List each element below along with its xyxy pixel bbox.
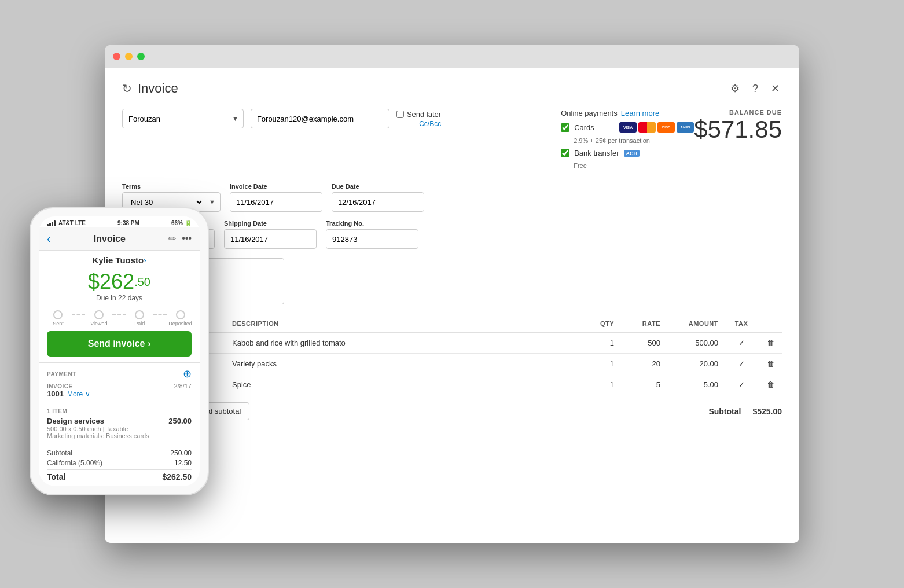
invoice-num: 1001 [47,389,64,398]
learn-more-link[interactable]: Learn more [621,109,659,117]
subtotal-area: Subtotal $525.00 [708,407,782,416]
row2-amount: 20.00 [666,354,724,374]
fields-section: Terms Net 30 ▼ Invoice date Due date [122,183,782,249]
terms-arrow: ▼ [204,195,220,209]
fields-row-1: Terms Net 30 ▼ Invoice date Due date [122,183,782,212]
memo-area [122,258,782,306]
row3-qty: 1 [574,374,620,395]
mastercard-icon [638,122,656,133]
row2-rate: 20 [620,354,666,374]
subtotal-label: Subtotal [708,407,741,416]
cards-fee: 2.9% + 25¢ per transaction [574,137,694,144]
grand-total-value: $262.50 [162,472,192,482]
phone-amount-display: $262.50 [39,270,200,294]
invoice-ref-left: INVOICE 1001 More ∨ [47,383,90,398]
row1-description: Kabob and rice with grilled tomato [226,332,574,354]
window-content: ↻ Invoice ⚙ ? ✕ ▼ [105,68,799,543]
item-count: 1 ITEM [47,408,192,414]
tax-value: 12.50 [174,459,192,467]
more-icon[interactable]: ••• [182,233,192,244]
col-rate: RATE [620,315,666,332]
subtotal-value: 250.00 [170,449,192,457]
invoice-date-field: Invoice date [230,183,322,212]
row3-rate: 5 [620,374,666,395]
cc-bcc-link[interactable]: Cc/Bcc [396,120,441,128]
add-payment-button[interactable]: ⊕ [183,368,192,380]
step-viewed-label: Viewed [90,321,107,326]
phone-totals: Subtotal 250.00 California (5.00%) 12.50… [39,444,200,486]
carrier-label: AT&T LTE [58,220,86,226]
row3-delete-button[interactable]: 🗑 [759,374,782,395]
subtotal-value: $525.00 [752,407,782,416]
phone-item-section: 1 ITEM Design services 250.00 500.00 x 0… [39,403,200,444]
phone-payment-section: PAYMENT ⊕ INVOICE 1001 More ∨ 2/8/17 [39,362,200,403]
invoice-icon: ↻ [122,82,132,95]
email-input[interactable] [251,109,389,128]
time-label: 9:38 PM [117,220,139,226]
bank-checkbox[interactable] [561,149,569,157]
card-icons: VISA DISC AMEX [619,122,694,133]
signal-icon [47,220,56,226]
nav-icons: ✏ ••• [168,233,192,244]
row1-tax-check[interactable]: ✓ [724,332,759,354]
table-row: Soda Variety packs 1 20 20.00 ✓ 🗑 [122,354,782,374]
window-close-button[interactable]: ✕ [769,80,782,97]
invoice-date-input[interactable] [230,192,322,212]
item-amount: 250.00 [168,417,192,425]
table-footer: Clear all lines Add subtotal Subtotal $5… [122,402,782,420]
customer-name[interactable]: Kylie Tuosto [92,255,144,265]
row2-qty: 1 [574,354,620,374]
customer-input[interactable] [123,111,227,127]
settings-button[interactable]: ⚙ [728,80,742,97]
step-sent-label: Sent [53,321,64,326]
progress-line-3 [153,314,167,315]
item-name: Design services [47,417,104,425]
cards-checkbox[interactable] [561,123,569,132]
shipping-date-label: Shipping date [224,220,317,227]
step-viewed: Viewed [85,310,112,326]
invoice-date-label: Invoice date [230,183,322,190]
row2-delete-button[interactable]: 🗑 [759,354,782,374]
titlebar [105,45,799,68]
row1-delete-button[interactable]: 🗑 [759,332,782,354]
row3-description: Spice [226,374,574,395]
invoice-more-link[interactable]: More ∨ [67,390,90,398]
step-deposited: Deposited [167,310,194,326]
back-button[interactable]: ‹ [47,232,51,245]
invoice-ref-label: INVOICE [47,383,90,389]
phone-status-bar: AT&T LTE 9:38 PM 66% 🔋 [39,216,200,227]
due-label: Due in 22 days [39,294,200,302]
col-amount: AMOUNT [666,315,724,332]
balance-due-section: BALANCE DUE $571.85 [694,109,782,144]
table-row: c Spice 1 5 5.00 ✓ 🗑 [122,374,782,395]
fields-row-2: Ship via Shipping date Tracking no. [122,220,782,249]
row1-rate: 500 [620,332,666,354]
help-button[interactable]: ? [750,80,760,97]
phone-inner: AT&T LTE 9:38 PM 66% 🔋 ‹ Invoice ✏ ••• [39,216,200,486]
customer-chevron-icon: › [144,256,146,264]
customer-select-wrapper: ▼ [122,109,244,128]
customer-dropdown-arrow[interactable]: ▼ [227,112,243,126]
close-btn[interactable] [113,53,120,60]
step-sent-circle [53,310,63,319]
tracking-input[interactable] [326,229,418,249]
header-row: ↻ Invoice ⚙ ? ✕ [122,80,782,97]
shipping-date-input[interactable] [224,229,317,249]
maximize-btn[interactable] [137,53,145,60]
row3-tax-check[interactable]: ✓ [724,374,759,395]
send-later-label: Send later [396,110,441,119]
send-invoice-button[interactable]: Send invoice › [47,331,192,357]
discover-icon: DISC [657,122,675,133]
row3-amount: 5.00 [666,374,724,395]
minimize-btn[interactable] [125,53,133,60]
header-icons: ⚙ ? ✕ [728,80,782,97]
due-date-input[interactable] [332,192,424,212]
bank-fee: Free [574,162,694,169]
row2-tax-check[interactable]: ✓ [724,354,759,374]
send-later-checkbox[interactable] [396,111,404,118]
table-header-row: PRODUCT/SERVICE DESCRIPTION QTY RATE AMO… [122,315,782,332]
col-tax: TAX [724,315,759,332]
phone-customer-row: Kylie Tuosto › [39,251,200,267]
mac-window: ↻ Invoice ⚙ ? ✕ ▼ [105,45,799,543]
edit-icon[interactable]: ✏ [168,233,176,244]
